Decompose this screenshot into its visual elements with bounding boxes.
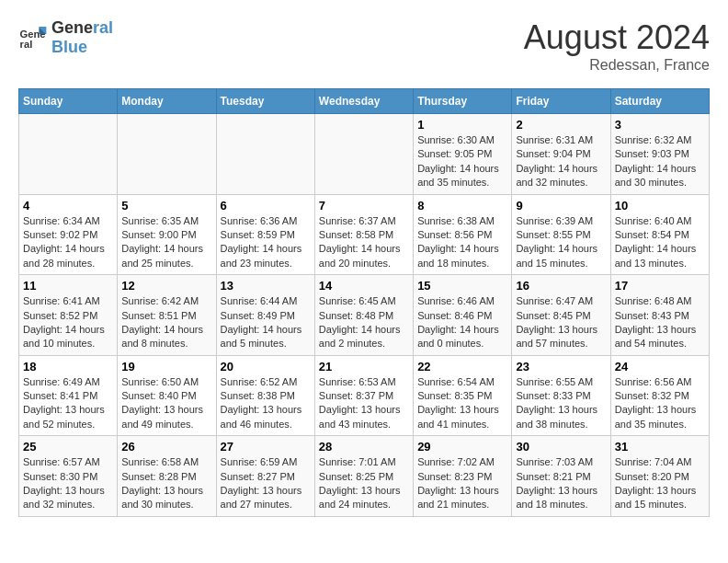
- day-number: 28: [319, 440, 409, 454]
- calendar-body: 1Sunrise: 6:30 AM Sunset: 9:05 PM Daylig…: [19, 114, 710, 517]
- calendar-cell: 8Sunrise: 6:38 AM Sunset: 8:56 PM Daylig…: [414, 194, 512, 275]
- day-number: 7: [319, 199, 409, 213]
- calendar-cell: 1Sunrise: 6:30 AM Sunset: 9:05 PM Daylig…: [414, 114, 512, 195]
- calendar-cell: 10Sunrise: 6:40 AM Sunset: 8:54 PM Dayli…: [610, 194, 709, 275]
- calendar-cell: 30Sunrise: 7:03 AM Sunset: 8:21 PM Dayli…: [512, 436, 610, 517]
- calendar-cell: 13Sunrise: 6:44 AM Sunset: 8:49 PM Dayli…: [216, 275, 314, 356]
- calendar-week-row: 11Sunrise: 6:41 AM Sunset: 8:52 PM Dayli…: [19, 275, 710, 356]
- day-number: 1: [417, 118, 507, 132]
- calendar-cell: 27Sunrise: 6:59 AM Sunset: 8:27 PM Dayli…: [216, 436, 314, 517]
- day-info: Sunrise: 6:39 AM Sunset: 8:55 PM Dayligh…: [516, 214, 606, 271]
- logo-text: General Blue: [51, 18, 113, 57]
- weekday-header: Saturday: [610, 89, 709, 114]
- day-info: Sunrise: 6:54 AM Sunset: 8:35 PM Dayligh…: [417, 375, 507, 432]
- day-info: Sunrise: 7:01 AM Sunset: 8:25 PM Dayligh…: [319, 455, 409, 512]
- calendar-cell: [314, 114, 413, 195]
- calendar-cell: 31Sunrise: 7:04 AM Sunset: 8:20 PM Dayli…: [610, 436, 709, 517]
- calendar-cell: 14Sunrise: 6:45 AM Sunset: 8:48 PM Dayli…: [314, 275, 413, 356]
- calendar-cell: 7Sunrise: 6:37 AM Sunset: 8:58 PM Daylig…: [314, 194, 413, 275]
- day-number: 22: [417, 360, 507, 373]
- day-info: Sunrise: 6:41 AM Sunset: 8:52 PM Dayligh…: [23, 294, 113, 351]
- calendar-cell: 26Sunrise: 6:58 AM Sunset: 8:28 PM Dayli…: [118, 436, 216, 517]
- day-info: Sunrise: 6:50 AM Sunset: 8:40 PM Dayligh…: [121, 375, 211, 432]
- day-info: Sunrise: 6:55 AM Sunset: 8:33 PM Dayligh…: [516, 375, 606, 432]
- day-info: Sunrise: 6:32 AM Sunset: 9:03 PM Dayligh…: [615, 133, 705, 190]
- calendar-cell: 6Sunrise: 6:36 AM Sunset: 8:59 PM Daylig…: [216, 194, 314, 275]
- calendar-cell: 4Sunrise: 6:34 AM Sunset: 9:02 PM Daylig…: [19, 194, 118, 275]
- weekday-header: Friday: [512, 89, 610, 114]
- day-number: 9: [516, 199, 606, 213]
- weekday-header-row: SundayMondayTuesdayWednesdayThursdayFrid…: [19, 89, 710, 114]
- logo: Gene ral General Blue: [18, 18, 113, 57]
- day-number: 16: [516, 279, 606, 293]
- day-number: 6: [221, 199, 311, 213]
- svg-text:ral: ral: [20, 39, 33, 50]
- day-number: 30: [516, 440, 606, 454]
- day-info: Sunrise: 6:35 AM Sunset: 9:00 PM Dayligh…: [121, 214, 211, 271]
- calendar-week-row: 25Sunrise: 6:57 AM Sunset: 8:30 PM Dayli…: [19, 436, 710, 517]
- day-info: Sunrise: 6:53 AM Sunset: 8:37 PM Dayligh…: [319, 375, 409, 432]
- day-info: Sunrise: 6:44 AM Sunset: 8:49 PM Dayligh…: [221, 294, 311, 351]
- calendar-cell: 19Sunrise: 6:50 AM Sunset: 8:40 PM Dayli…: [118, 355, 216, 436]
- calendar-cell: 24Sunrise: 6:56 AM Sunset: 8:32 PM Dayli…: [610, 355, 709, 436]
- calendar-cell: 23Sunrise: 6:55 AM Sunset: 8:33 PM Dayli…: [512, 355, 610, 436]
- calendar-cell: 5Sunrise: 6:35 AM Sunset: 9:00 PM Daylig…: [118, 194, 216, 275]
- day-number: 8: [417, 199, 507, 213]
- day-number: 11: [23, 279, 113, 293]
- calendar-cell: [118, 114, 216, 195]
- day-info: Sunrise: 6:49 AM Sunset: 8:41 PM Dayligh…: [23, 375, 113, 432]
- calendar-cell: 25Sunrise: 6:57 AM Sunset: 8:30 PM Dayli…: [19, 436, 118, 517]
- weekday-header: Monday: [118, 89, 216, 114]
- day-info: Sunrise: 6:57 AM Sunset: 8:30 PM Dayligh…: [23, 455, 113, 512]
- day-info: Sunrise: 6:34 AM Sunset: 9:02 PM Dayligh…: [23, 214, 113, 271]
- day-number: 13: [221, 279, 311, 293]
- calendar-cell: 29Sunrise: 7:02 AM Sunset: 8:23 PM Dayli…: [414, 436, 512, 517]
- weekday-header: Sunday: [19, 89, 118, 114]
- day-number: 18: [23, 360, 113, 373]
- day-info: Sunrise: 6:58 AM Sunset: 8:28 PM Dayligh…: [121, 455, 211, 512]
- calendar-cell: 21Sunrise: 6:53 AM Sunset: 8:37 PM Dayli…: [314, 355, 413, 436]
- day-number: 23: [516, 360, 606, 373]
- day-number: 21: [319, 360, 409, 373]
- day-number: 2: [516, 118, 606, 132]
- day-info: Sunrise: 6:48 AM Sunset: 8:43 PM Dayligh…: [615, 294, 705, 351]
- day-number: 5: [121, 199, 211, 213]
- calendar-cell: 16Sunrise: 6:47 AM Sunset: 8:45 PM Dayli…: [512, 275, 610, 356]
- day-info: Sunrise: 6:38 AM Sunset: 8:56 PM Dayligh…: [417, 214, 507, 271]
- day-info: Sunrise: 6:31 AM Sunset: 9:04 PM Dayligh…: [516, 133, 606, 190]
- day-number: 3: [615, 118, 705, 132]
- calendar-cell: [19, 114, 118, 195]
- calendar-cell: 22Sunrise: 6:54 AM Sunset: 8:35 PM Dayli…: [414, 355, 512, 436]
- calendar-cell: 2Sunrise: 6:31 AM Sunset: 9:04 PM Daylig…: [512, 114, 610, 195]
- day-info: Sunrise: 6:36 AM Sunset: 8:59 PM Dayligh…: [221, 214, 311, 271]
- day-info: Sunrise: 7:02 AM Sunset: 8:23 PM Dayligh…: [417, 455, 507, 512]
- calendar-cell: 3Sunrise: 6:32 AM Sunset: 9:03 PM Daylig…: [610, 114, 709, 195]
- month-year-title: August 2024: [524, 18, 710, 57]
- day-number: 24: [615, 360, 705, 373]
- day-info: Sunrise: 6:42 AM Sunset: 8:51 PM Dayligh…: [121, 294, 211, 351]
- calendar-cell: 15Sunrise: 6:46 AM Sunset: 8:46 PM Dayli…: [414, 275, 512, 356]
- day-number: 31: [615, 440, 705, 454]
- day-number: 14: [319, 279, 409, 293]
- day-number: 20: [221, 360, 311, 373]
- day-number: 10: [615, 199, 705, 213]
- day-number: 29: [417, 440, 507, 454]
- day-number: 25: [23, 440, 113, 454]
- weekday-header: Tuesday: [216, 89, 314, 114]
- day-number: 19: [121, 360, 211, 373]
- day-info: Sunrise: 6:47 AM Sunset: 8:45 PM Dayligh…: [516, 294, 606, 351]
- calendar-table: SundayMondayTuesdayWednesdayThursdayFrid…: [18, 88, 710, 517]
- calendar-week-row: 18Sunrise: 6:49 AM Sunset: 8:41 PM Dayli…: [19, 355, 710, 436]
- page-header: Gene ral General Blue August 2024 Redess…: [18, 18, 710, 74]
- day-info: Sunrise: 7:04 AM Sunset: 8:20 PM Dayligh…: [615, 455, 705, 512]
- day-info: Sunrise: 6:37 AM Sunset: 8:58 PM Dayligh…: [319, 214, 409, 271]
- day-number: 26: [121, 440, 211, 454]
- day-info: Sunrise: 6:46 AM Sunset: 8:46 PM Dayligh…: [417, 294, 507, 351]
- calendar-cell: 11Sunrise: 6:41 AM Sunset: 8:52 PM Dayli…: [19, 275, 118, 356]
- day-info: Sunrise: 6:30 AM Sunset: 9:05 PM Dayligh…: [417, 133, 507, 190]
- title-area: August 2024 Redessan, France: [524, 18, 710, 74]
- day-number: 4: [23, 199, 113, 213]
- day-number: 15: [417, 279, 507, 293]
- calendar-cell: [216, 114, 314, 195]
- calendar-cell: 12Sunrise: 6:42 AM Sunset: 8:51 PM Dayli…: [118, 275, 216, 356]
